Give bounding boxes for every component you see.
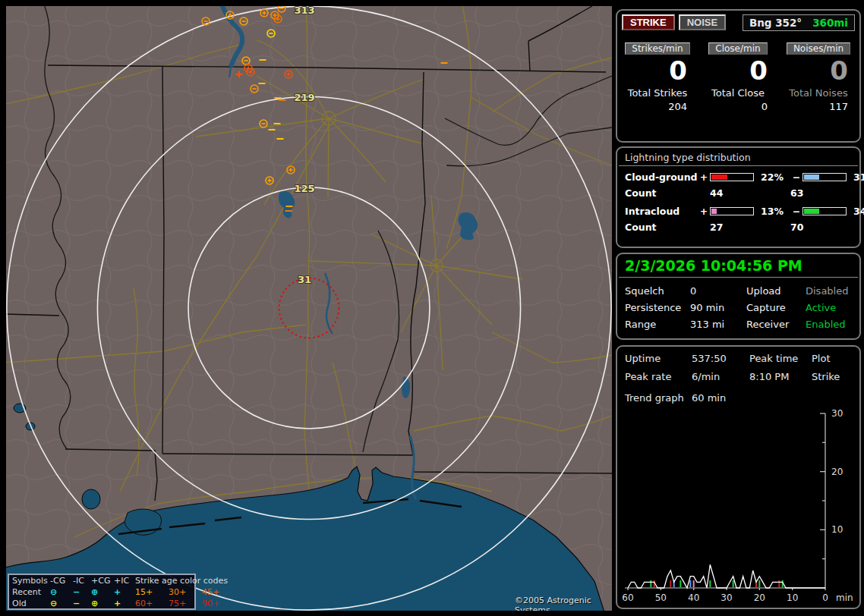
cg-negative-pct: 31% bbox=[850, 171, 864, 183]
plot-label: Plot bbox=[812, 353, 853, 364]
close-per-min-button[interactable]: Close/min bbox=[708, 42, 767, 55]
total-strikes-value: 204 bbox=[617, 101, 698, 112]
strikes-per-min-button[interactable]: Strikes/min bbox=[625, 42, 689, 55]
plus-sign: + bbox=[698, 171, 710, 183]
cg-positive-count: 44 bbox=[710, 187, 790, 199]
peak-rate-value: 6/min bbox=[692, 371, 749, 382]
lightning-map[interactable]: 31125219313 Symbols -CG -IC +CG +IC Stri… bbox=[6, 6, 612, 611]
ic-positive-count: 27 bbox=[710, 222, 790, 233]
cg-plus-icon: ⊕ bbox=[91, 599, 114, 609]
squelch-value: 0 bbox=[690, 285, 746, 297]
map-canvas: 31125219313 bbox=[6, 6, 612, 611]
bearing-label: Bng 352° bbox=[749, 17, 802, 29]
ic-minus-icon: − bbox=[73, 587, 91, 598]
y-tick-label: 10 bbox=[831, 524, 843, 535]
x-tick-label: 10 bbox=[787, 592, 798, 603]
legend-col-neg-cg: -CG bbox=[50, 576, 73, 586]
distribution-title: Lightning type distribution bbox=[619, 148, 858, 166]
squelch-label: Squelch bbox=[625, 285, 690, 297]
total-strikes-label: Total Strikes bbox=[617, 87, 698, 99]
y-tick-label: 20 bbox=[831, 467, 843, 477]
close-per-min-value: 0 bbox=[698, 56, 778, 85]
legend-col-pos-ic: +IC bbox=[114, 576, 135, 586]
plus-sign: + bbox=[698, 206, 710, 217]
age-code: 15+ bbox=[135, 587, 169, 598]
strike-button[interactable]: STRIKE bbox=[622, 14, 675, 30]
range-label: Range bbox=[625, 319, 690, 330]
legend-row-label: Recent bbox=[12, 587, 50, 598]
strikes-per-min-value: 0 bbox=[617, 56, 698, 85]
receiver-label: Receiver bbox=[746, 319, 806, 330]
cg-count-label: Count bbox=[625, 187, 698, 199]
uptime-label: Uptime bbox=[625, 353, 692, 364]
legend-age-title: Strike age color codes bbox=[135, 576, 232, 586]
ring-label-125: 125 bbox=[294, 183, 314, 194]
trend-graph-label: Trend graph bbox=[625, 392, 692, 404]
distribution-panel: Lightning type distribution Cloud-ground… bbox=[616, 146, 861, 248]
legend-row-recent: Recent⊖−⊕+15+30+45+ bbox=[9, 586, 194, 598]
ic-negative-bar bbox=[803, 207, 847, 215]
trend-graph-value: 60 min bbox=[692, 392, 853, 404]
cg-negative-bar bbox=[803, 173, 847, 181]
total-noises-value: 117 bbox=[778, 101, 859, 112]
info-panel: Uptime 537:50 Peak time Plot Peak rate 6… bbox=[616, 345, 861, 609]
legend-col-neg-ic: -IC bbox=[73, 576, 91, 586]
graph-axes bbox=[625, 413, 825, 590]
strike-rate-line bbox=[628, 564, 825, 588]
total-close-label: Total Close bbox=[698, 87, 778, 99]
uptime-value: 537:50 bbox=[692, 353, 749, 364]
age-code: 30+ bbox=[169, 587, 202, 598]
age-code: 75+ bbox=[169, 599, 202, 609]
age-code: 45+ bbox=[202, 587, 232, 598]
ic-minus-icon: − bbox=[73, 599, 91, 609]
cg-positive-pct: 22% bbox=[757, 171, 790, 183]
peak-time-label: Peak time bbox=[749, 353, 812, 364]
capture-status: Active bbox=[806, 302, 853, 313]
bearing-range: 360mi bbox=[812, 17, 848, 29]
upload-status: Disabled bbox=[806, 285, 853, 297]
cg-negative-count: 63 bbox=[790, 187, 864, 199]
legend-row-label: Old bbox=[12, 599, 50, 609]
x-tick-label: 50 bbox=[655, 592, 667, 603]
map-legend: Symbols -CG -IC +CG +IC Strike age color… bbox=[8, 574, 196, 610]
ic-positive-bar bbox=[710, 207, 754, 215]
datetime-display: 2/3/2026 10:04:56 PM bbox=[619, 254, 858, 278]
cloud-ground-label: Cloud-ground bbox=[625, 171, 698, 183]
x-axis-unit: min bbox=[836, 592, 853, 603]
x-tick-label: 40 bbox=[688, 592, 699, 603]
legend-row-old: Old⊖−⊕+60+75+90+ bbox=[9, 598, 194, 609]
ring-label-219: 219 bbox=[294, 92, 314, 103]
ring-label-31: 31 bbox=[298, 274, 311, 285]
age-code: 60+ bbox=[135, 599, 169, 609]
counters-panel: STRIKE NOISE Bng 352° 360mi Strikes/min … bbox=[616, 9, 861, 143]
x-tick-label: 30 bbox=[721, 592, 732, 603]
persistence-value: 90 min bbox=[690, 302, 746, 313]
trend-graph: 1020306050403020100min bbox=[619, 409, 859, 608]
total-close-value: 0 bbox=[698, 101, 778, 112]
noises-per-min-button[interactable]: Noises/min bbox=[787, 42, 850, 55]
noise-button[interactable]: NOISE bbox=[679, 14, 726, 30]
legend-symbols-title: Symbols bbox=[12, 576, 50, 586]
ic-negative-pct: 34% bbox=[850, 206, 864, 217]
bearing-box: Bng 352° 360mi bbox=[743, 14, 855, 31]
capture-label: Capture bbox=[746, 302, 806, 313]
legend-col-pos-cg: +CG bbox=[91, 576, 114, 586]
ring-label-313: 313 bbox=[294, 6, 314, 16]
ic-count-label: Count bbox=[625, 222, 698, 233]
ic-plus-icon: + bbox=[114, 587, 135, 598]
plot-value: Strike bbox=[812, 371, 853, 382]
cg-minus-icon: ⊖ bbox=[50, 599, 73, 609]
x-tick-label: 0 bbox=[822, 592, 828, 603]
y-tick-label: 30 bbox=[831, 409, 843, 419]
clock-panel: 2/3/2026 10:04:56 PM Squelch 0 Upload Di… bbox=[616, 253, 861, 340]
cg-minus-icon: ⊖ bbox=[50, 587, 73, 598]
x-tick-label: 20 bbox=[754, 592, 765, 603]
copyright-text: ©2005 Astrogenic Systems bbox=[515, 596, 612, 611]
receiver-status: Enabled bbox=[806, 319, 853, 330]
noises-per-min-value: 0 bbox=[778, 56, 859, 85]
cg-positive-bar bbox=[710, 173, 754, 181]
x-tick-label: 60 bbox=[622, 592, 633, 603]
minus-sign: − bbox=[790, 171, 803, 183]
ic-negative-count: 70 bbox=[790, 222, 864, 233]
total-noises-label: Total Noises bbox=[778, 87, 859, 99]
